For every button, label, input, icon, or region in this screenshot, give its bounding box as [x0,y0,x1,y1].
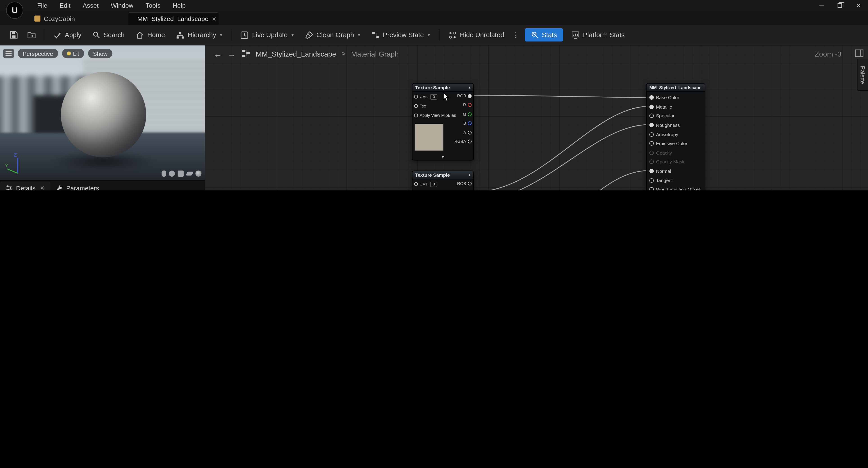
graph-icon [241,49,250,58]
perspective-button[interactable]: Perspective [18,49,58,58]
panel-toggle-icon[interactable] [855,49,864,57]
sphere-mesh-icon[interactable] [169,170,175,177]
close-tab-icon[interactable]: ✕ [212,16,216,22]
pin-label: RGB [457,93,466,98]
pin-opacity: Opacity [649,148,705,157]
preview-viewport[interactable]: Perspective Lit Show Z Y [0,45,205,180]
pin-tangent[interactable]: Tangent [649,176,705,185]
browse-button[interactable] [23,28,40,42]
a-output-pin[interactable] [468,130,471,134]
toolbar-separator [231,29,231,40]
axis-gizmo: Z Y [4,150,31,177]
texture-sample-node-1[interactable]: Texture Sample▴ UVs0 Tex Apply View MipB… [412,83,474,161]
pin-anisotropy[interactable]: Anisotropy [649,130,705,139]
uvs-input-pin[interactable] [414,95,418,98]
hide-unrelated-icon [448,31,457,39]
uvs-input-pin[interactable] [414,182,418,186]
chevron-down-icon: ▾ [220,32,222,37]
menu-edit[interactable]: Edit [53,0,76,11]
node-title: Texture Sample [415,172,450,178]
platform-stats-button[interactable]: Platform Stats [566,28,630,42]
palette-side-tab[interactable]: Palette [857,59,868,91]
viewport-menu-icon[interactable] [3,49,14,58]
clean-graph-button[interactable]: Clean Graph▾ [300,28,365,42]
pin-label: UVs [420,182,428,187]
show-button[interactable]: Show [88,49,113,58]
collapse-icon[interactable]: ▴ [469,173,471,177]
live-update-icon [241,31,249,39]
rgb-output-pin[interactable] [468,94,471,98]
wrench-icon [56,184,63,190]
close-button[interactable]: ✕ [849,0,868,11]
pin-normal[interactable]: Normal [649,166,705,176]
expand-caret-icon[interactable]: ▾ [412,155,473,159]
menu-window[interactable]: Window [105,0,140,11]
mipbias-input-pin[interactable] [414,114,418,117]
menu-help[interactable]: Help [166,0,192,11]
texture-sample-node-2[interactable]: Texture Sample▴ UVs0 Tex Apply View MipB… [412,170,474,190]
forward-button[interactable]: → [227,49,236,58]
r-output-pin[interactable] [468,103,471,107]
wire-roughness [473,125,649,190]
axis-y-label: Y [5,163,8,168]
uvs-value-box[interactable]: 0 [430,94,437,100]
menu-bar: U File Edit Asset Window Tools Help ✕ [0,0,868,11]
material-output-node[interactable]: MM_Stylized_Landscape Base Color Metalli… [646,83,705,190]
pin-emissive-color[interactable]: Emissive Color [649,139,705,148]
tab-parameters[interactable]: Parameters [50,182,105,190]
search-button[interactable]: Search [87,28,129,42]
graph-breadcrumb-bar: ← → MM_Stylized_Landscape > Material Gra… [205,45,868,62]
pin-specular[interactable]: Specular [649,111,705,121]
menu-file[interactable]: File [31,0,54,11]
plane-mesh-icon[interactable] [186,172,193,176]
tex-input-pin[interactable] [414,104,418,108]
stats-toggle-button[interactable]: Stats [525,28,563,41]
breadcrumb-root[interactable]: MM_Stylized_Landscape [256,50,336,58]
menu-asset[interactable]: Asset [76,0,105,11]
apply-check-icon [53,31,62,39]
wire-basecolor [473,95,649,98]
cylinder-mesh-icon[interactable] [162,170,166,177]
back-button[interactable]: ← [214,49,222,58]
close-tab-icon[interactable]: ✕ [40,185,44,190]
pin-roughness[interactable]: Roughness [649,121,705,130]
chevron-down-icon: ▾ [428,32,430,37]
lit-mode-button[interactable]: Lit [62,49,84,58]
hierarchy-button[interactable]: Hierarchy▾ [171,28,227,42]
material-graph-canvas[interactable]: ← → MM_Stylized_Landscape > Material Gra… [205,45,868,190]
pin-label: Apply View MipBias [420,113,456,118]
tab-details[interactable]: Details ✕ [0,182,50,190]
pin-metallic[interactable]: Metallic [649,102,705,112]
apply-button[interactable]: Apply [48,28,87,42]
pin-world-position-offset[interactable]: World Position Offset [649,185,705,190]
preview-state-button[interactable]: Preview State▾ [366,28,435,42]
collapse-icon[interactable]: ▴ [469,85,471,90]
save-button[interactable] [6,28,22,42]
tab-mm-stylized-landscape[interactable]: MM_Stylized_Landscape ✕ [128,12,219,25]
b-output-pin[interactable] [468,121,471,125]
unreal-logo-icon[interactable]: U [6,2,23,19]
tab-cozycabin[interactable]: CozyCabin [29,12,81,25]
restore-button[interactable] [830,0,849,11]
unreal-material-editor-window: U File Edit Asset Window Tools Help ✕ Co… [0,0,868,190]
menu-tools[interactable]: Tools [140,0,166,11]
live-update-button[interactable]: Live Update▾ [236,28,299,42]
home-button[interactable]: Home [131,28,170,42]
rgba-output-pin[interactable] [468,139,471,143]
tab-label: MM_Stylized_Landscape [137,15,208,22]
cube-mesh-icon[interactable] [178,170,184,177]
hide-unrelated-button[interactable]: Hide Unrelated [443,28,509,42]
g-output-pin[interactable] [468,112,471,116]
custom-mesh-icon[interactable] [195,170,202,177]
toolbar-overflow-button[interactable]: ⋮ [510,31,521,39]
uvs-value-box[interactable]: 0 [430,181,437,187]
pin-base-color[interactable]: Base Color [649,93,705,102]
toolbar-separator [439,29,439,40]
rgb-output-pin[interactable] [468,181,471,185]
minimize-button[interactable] [811,0,830,11]
axis-z-label: Z [14,152,17,158]
preview-mesh-selector [162,170,202,177]
material-editor-toolbar: Apply Search Home Hierarchy▾ Live Update… [0,25,868,45]
pin-label: RGBA [455,139,466,144]
node-title: Texture Sample [415,85,450,90]
